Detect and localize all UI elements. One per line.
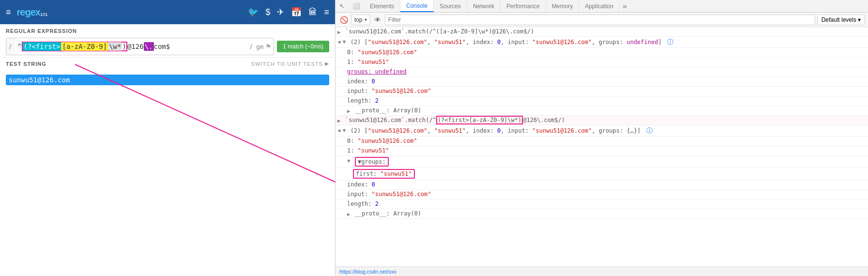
regex-input[interactable]: / ^ (?<first>[a-zA-Z0-9]\w*) @126 \. com… xyxy=(6,38,274,55)
regex-literal-com: com$ xyxy=(154,43,170,50)
console-row: input: "sunwu51@126.com" xyxy=(335,87,868,96)
expand-arrow[interactable] xyxy=(337,28,343,35)
console-row: `sunwu51@126.com`.match(/^(?<first>[a-zA… xyxy=(335,116,868,125)
console-text: (2) ["sunwu51@126.com", "sunwu51", index… xyxy=(350,126,866,135)
console-text: index: 0 xyxy=(347,78,866,85)
expand-arrow[interactable] xyxy=(347,107,353,114)
console-text: `sunwu51@126.com`.match(/^([a-zA-Z0-9]\w… xyxy=(345,28,866,35)
regex-row: / ^ (?<first>[a-zA-Z0-9]\w*) @126 \. com… xyxy=(0,36,335,57)
console-toolbar: 🚫 top ▾ 👁 Default levels ▾ xyxy=(335,13,868,27)
context-label: top xyxy=(354,16,363,23)
tab-more-btn[interactable]: » xyxy=(620,2,630,11)
hamburger-icon[interactable]: ≡ xyxy=(6,7,11,17)
test-string-header: TEST STRING SWITCH TO UNIT TESTS ▶ xyxy=(0,57,335,70)
console-row: groups: undefined xyxy=(335,67,868,77)
regex-char-class: [a-zA-Z0-9] xyxy=(61,42,108,51)
console-row: length: 2 xyxy=(335,96,868,106)
console-row: 1: "sunwu51" xyxy=(335,58,868,67)
regex-section-label: REGULAR EXPRESSION xyxy=(0,24,335,36)
tab-sources[interactable]: Sources xyxy=(434,0,467,12)
left-arrow: ◀ xyxy=(337,38,341,45)
eye-btn[interactable]: 👁 xyxy=(372,15,383,25)
regex-slash-close: / xyxy=(248,38,254,55)
console-row: __proto__: Array(0) xyxy=(335,209,868,219)
regex-content: ^ (?<first>[a-zA-Z0-9]\w*) @126 \. com$ xyxy=(15,38,248,55)
tab-cursor-icon[interactable]: ↖ xyxy=(335,0,349,12)
regex-literal-at: @126 xyxy=(127,43,144,50)
console-text: index: 0 xyxy=(347,181,866,188)
info-icon: ⓘ xyxy=(646,127,653,134)
regex-named-group-text: (?<first> xyxy=(23,42,61,51)
default-levels-btn[interactable]: Default levels ▾ xyxy=(817,15,865,25)
regex-close-paren: ) xyxy=(122,43,126,50)
expand-arrow[interactable] xyxy=(347,157,353,164)
console-text: 0: "sunwu51@126.com" xyxy=(347,138,866,144)
match-badge: 1 match (~0ms) xyxy=(277,41,329,52)
tab-network[interactable]: Network xyxy=(467,0,501,12)
context-selector[interactable]: top ▾ xyxy=(351,15,370,25)
twitter-icon[interactable]: 🐦 xyxy=(248,7,259,17)
tab-performance[interactable]: Performance xyxy=(501,0,546,12)
top-nav: ≡ regex₁₀₁ 🐦 $ ✈ 📅 🏛 ≡ xyxy=(0,0,335,24)
console-row: 0: "sunwu51@126.com" xyxy=(335,137,868,146)
console-output: `sunwu51@126.com`.match(/^([a-zA-Z0-9]\w… xyxy=(335,27,868,266)
regex-escaped-dot: \. xyxy=(144,42,154,51)
console-row: index: 0 xyxy=(335,77,868,87)
dollar-icon[interactable]: $ xyxy=(265,7,270,17)
regex-slash-open: / xyxy=(6,38,15,55)
tab-mobile-icon[interactable]: ⬜ xyxy=(349,0,364,12)
test-string-area[interactable]: sunwu51@126.com xyxy=(0,70,335,90)
left-arrow: ◀ xyxy=(337,126,341,134)
regex-quantifier: \w* xyxy=(108,42,122,51)
tab-memory[interactable]: Memory xyxy=(546,0,579,12)
left-panel: ≡ regex₁₀₁ 🐦 $ ✈ 📅 🏛 ≡ REGULAR EXPRESSIO… xyxy=(0,0,335,276)
library-icon[interactable]: 🏛 xyxy=(308,7,317,17)
console-row: 1: "sunwu51" xyxy=(335,146,868,156)
console-row: first: "sunwu51" xyxy=(335,168,868,180)
menu-icon[interactable]: ≡ xyxy=(324,7,329,17)
regex-flags-area: gm ⚑ xyxy=(254,38,274,55)
tab-elements[interactable]: Elements xyxy=(364,0,400,12)
console-row: ◀ (2) ["sunwu51@126.com", "sunwu51", ind… xyxy=(335,125,868,137)
context-dropdown-arrow: ▾ xyxy=(365,17,367,22)
console-text: (2) ["sunwu51@126.com", "sunwu51", index… xyxy=(350,38,866,46)
console-row: 0: "sunwu51@126.com" xyxy=(335,48,868,58)
console-row: ◀ (2) ["sunwu51@126.com", "sunwu51", ind… xyxy=(335,37,868,48)
expand-arrow[interactable] xyxy=(343,126,349,134)
send-icon[interactable]: ✈ xyxy=(277,7,284,17)
flag-icon[interactable]: ⚑ xyxy=(265,43,272,50)
console-text: input: "sunwu51@126.com" xyxy=(347,88,866,94)
tab-console[interactable]: Console xyxy=(400,0,434,12)
test-string-section: TEST STRING SWITCH TO UNIT TESTS ▶ sunwu… xyxy=(0,57,335,90)
console-row: index: 0 xyxy=(335,180,868,190)
regex-caret: ^ xyxy=(17,43,21,50)
clear-console-btn[interactable]: 🚫 xyxy=(338,15,349,25)
regex-flags: gm xyxy=(256,43,264,50)
groups-inner-box: first: "sunwu51" xyxy=(353,169,415,179)
chevron-right-icon: ▶ xyxy=(325,61,329,67)
console-text: __proto__: Array(0) xyxy=(355,107,866,114)
switch-unit-tests-btn[interactable]: SWITCH TO UNIT TESTS ▶ xyxy=(251,61,329,67)
calendar-icon[interactable]: 📅 xyxy=(291,7,302,17)
console-text: length: 2 xyxy=(347,200,866,207)
console-text: input: "sunwu51@126.com" xyxy=(347,191,866,198)
expand-arrow[interactable] xyxy=(343,38,349,45)
groups-box: ▼groups: xyxy=(355,157,389,167)
console-row: length: 2 xyxy=(335,199,868,209)
test-string-highlight: sunwu51@126.com xyxy=(6,75,329,85)
tab-application[interactable]: Application xyxy=(579,0,620,12)
console-text: length: 2 xyxy=(347,97,866,104)
logo: regex₁₀₁ xyxy=(17,7,47,18)
console-text: __proto__: Array(0) xyxy=(355,210,866,217)
info-icon: ⓘ xyxy=(667,38,673,46)
url-text: https://blog.csdn.net/xxx xyxy=(339,269,396,275)
filter-input[interactable] xyxy=(385,15,815,25)
expand-arrow[interactable] xyxy=(347,210,353,217)
expand-arrow[interactable] xyxy=(337,117,343,124)
regex-section: REGULAR EXPRESSION / ^ (?<first>[a-zA-Z0… xyxy=(0,24,335,57)
console-text: 0: "sunwu51@126.com" xyxy=(347,49,866,56)
regex-named-group: (?<first>[a-zA-Z0-9]\w*) xyxy=(22,42,127,51)
right-panel: ↖ ⬜ Elements Console Sources Network Per… xyxy=(335,0,868,276)
console-row: ▼groups: xyxy=(335,156,868,168)
test-string-label: TEST STRING xyxy=(6,61,46,67)
